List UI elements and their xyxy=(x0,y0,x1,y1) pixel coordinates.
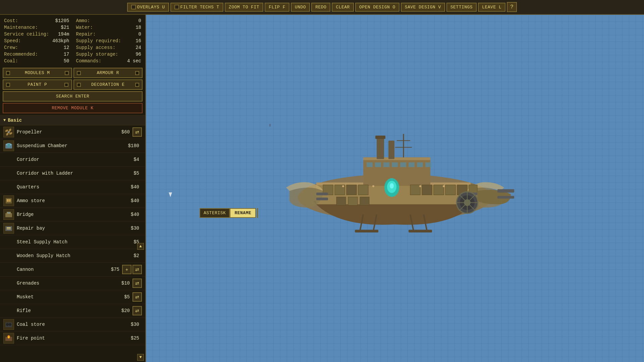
scroll-down-button[interactable]: ▼ xyxy=(137,354,144,361)
undo-button[interactable]: Undo xyxy=(291,3,310,12)
propeller-flip-btn[interactable]: ⇄ xyxy=(132,127,142,137)
stat-ceiling: Service ceiling: 194m xyxy=(4,31,69,38)
module-item-grenades[interactable]: Grenades $10 ⇄ xyxy=(0,277,145,290)
module-item-propeller[interactable]: Propeller $60 ⇄ xyxy=(0,125,145,139)
clear-label: Clear xyxy=(336,5,350,10)
stat-maintenance-label: Maintenance: xyxy=(4,25,38,30)
overlays-label: Overlays U xyxy=(137,5,165,10)
stat-cost-value: $1205 xyxy=(55,18,69,23)
stat-supply-req-value: 16 xyxy=(128,38,141,44)
help-button[interactable]: ? xyxy=(507,2,517,12)
ammo-store-price: $40 xyxy=(131,198,139,203)
armour-label: Armour R xyxy=(97,70,119,75)
svg-rect-82 xyxy=(355,230,378,233)
module-item-rifle[interactable]: Rifle $20 ⇄ xyxy=(0,304,145,318)
overlays-button[interactable]: Overlays U xyxy=(127,3,169,12)
stat-commands-value: 4 sec xyxy=(127,58,141,64)
armour-indicator-right xyxy=(135,71,139,75)
filter-techs-checkbox xyxy=(174,5,179,9)
modules-button[interactable]: Modules M xyxy=(3,68,72,78)
flip-button[interactable]: Flip F xyxy=(265,3,289,12)
clear-button[interactable]: Clear xyxy=(332,3,354,12)
module-item-corridor[interactable]: Corridor $4 xyxy=(0,153,145,167)
stat-supply-stor-label: Supply storage: xyxy=(76,52,118,57)
svg-rect-29 xyxy=(363,158,430,160)
module-item-cannon[interactable]: Cannon $75 + ⇄ xyxy=(0,263,145,277)
remove-module-button[interactable]: Remove module K xyxy=(3,103,143,113)
suspendium-name: Suspendium Chamber xyxy=(17,143,128,148)
stat-coal-label: Coal: xyxy=(4,58,18,64)
svg-rect-33 xyxy=(367,163,373,167)
stat-repair-value: 0 xyxy=(128,32,141,37)
cursor-indicator xyxy=(169,192,172,197)
suspendium-price: $180 xyxy=(128,143,139,148)
paint-button[interactable]: Paint P xyxy=(3,79,72,90)
cannon-flip-btn[interactable]: ⇄ xyxy=(132,265,142,274)
stat-recommended-value: 17 xyxy=(56,52,69,57)
cannon-icon xyxy=(3,264,14,275)
module-item-quarters[interactable]: Quarters $40 xyxy=(0,180,145,194)
decoration-button[interactable]: Decoration E xyxy=(73,79,143,90)
svg-rect-34 xyxy=(375,163,381,167)
module-item-wooden-hatch[interactable]: Wooden Supply Hatch $2 xyxy=(0,249,145,263)
module-item-corridor-ladder[interactable]: Corridor with Ladder $5 xyxy=(0,167,145,180)
svg-point-21 xyxy=(9,323,11,326)
armour-button[interactable]: Armour R xyxy=(73,68,143,78)
quarters-name: Quarters xyxy=(17,184,131,190)
grenades-flip-btn[interactable]: ⇄ xyxy=(132,279,142,288)
settings-button[interactable]: Settings xyxy=(446,3,477,12)
repair-bay-name: Repair bay xyxy=(17,226,131,231)
svg-rect-10 xyxy=(8,199,10,202)
stat-crew-value: 12 xyxy=(56,45,69,50)
module-item-ammo-store[interactable]: Ammo store $40 xyxy=(0,194,145,208)
stat-speed-label: Speed: xyxy=(4,38,21,44)
svg-rect-56 xyxy=(360,197,369,205)
module-item-repair-bay[interactable]: Repair bay $30 xyxy=(0,222,145,235)
module-item-fire-point[interactable]: Fire point $25 xyxy=(0,331,145,345)
wooden-hatch-icon xyxy=(3,250,14,261)
scroll-up-button[interactable]: ▲ xyxy=(137,243,144,250)
undo-label: Undo xyxy=(295,5,306,10)
grenades-icon xyxy=(3,278,14,289)
module-item-suspendium[interactable]: Suspendium Chamber $180 xyxy=(0,139,145,153)
leave-button[interactable]: Leave L xyxy=(478,3,505,12)
musket-flip-btn[interactable]: ⇄ xyxy=(132,292,142,302)
main-canvas[interactable]: Asterisk Rename xyxy=(146,15,644,362)
rifle-flip-btn[interactable]: ⇄ xyxy=(132,306,142,315)
toolbar: Overlays U Filter Techs T Zoom to fit Fl… xyxy=(0,0,644,15)
stats-left-col: Cost: $1205 Maintenance: $21 Service cei… xyxy=(4,17,69,64)
save-design-button[interactable]: Save design V xyxy=(401,3,445,12)
module-item-musket[interactable]: Musket $5 ⇄ xyxy=(0,290,145,304)
open-design-label: Open design O xyxy=(359,5,395,10)
fire-point-name: Fire point xyxy=(17,336,131,341)
stat-water: Water: 18 xyxy=(76,24,142,31)
cannon-place-btn[interactable]: + xyxy=(122,265,131,274)
stat-supply-access: Supply access: 24 xyxy=(76,44,142,51)
musket-price: $5 xyxy=(124,294,130,300)
rename-button[interactable]: Rename xyxy=(230,208,256,218)
search-button[interactable]: Search ENTER xyxy=(3,91,143,102)
leave-label: Leave L xyxy=(482,5,501,10)
module-item-bridge[interactable]: Bridge $40 xyxy=(0,208,145,222)
musket-icon xyxy=(3,292,14,302)
module-item-steel-hatch[interactable]: Steel Supply Hatch $5 xyxy=(0,235,145,249)
cannon-price: $75 xyxy=(111,267,119,272)
category-arrow: ▼ xyxy=(3,118,6,123)
zoom-fit-button[interactable]: Zoom to fit xyxy=(225,3,263,12)
bridge-name: Bridge xyxy=(17,212,131,217)
grenades-name: Grenades xyxy=(17,281,121,286)
redo-button[interactable]: Redo xyxy=(311,3,330,12)
module-list[interactable]: ▼ Basic Propeller $60 ⇄ Suspendium Chamb… xyxy=(0,116,145,362)
corridor-price: $4 xyxy=(133,157,139,162)
open-design-button[interactable]: Open design O xyxy=(355,3,399,12)
stat-commands-label: Commands: xyxy=(76,58,102,64)
propeller-name: Propeller xyxy=(17,129,121,135)
category-basic[interactable]: ▼ Basic xyxy=(0,116,145,125)
repair-bay-price: $30 xyxy=(131,226,139,231)
svg-rect-11 xyxy=(10,199,11,202)
module-item-coal-store[interactable]: Coal store $30 xyxy=(0,318,145,331)
stat-supply-req-label: Supply required: xyxy=(76,38,121,44)
filter-techs-button[interactable]: Filter Techs T xyxy=(170,3,223,12)
settings-label: Settings xyxy=(450,5,473,10)
svg-rect-18 xyxy=(7,229,11,229)
